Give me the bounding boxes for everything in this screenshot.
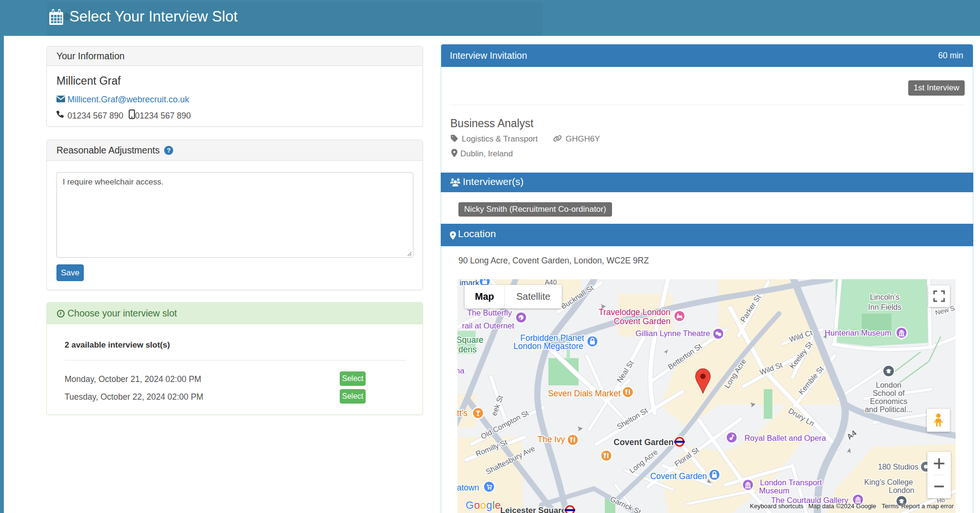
- svg-text:Leicester Square: Leicester Square: [500, 506, 566, 513]
- svg-text:Square: Square: [457, 335, 483, 345]
- svg-text:School of: School of: [873, 389, 905, 397]
- svg-text:Covent Garden: Covent Garden: [613, 437, 673, 447]
- svg-text:Lincoln's: Lincoln's: [870, 293, 900, 301]
- svg-text:rail at Outernet: rail at Outernet: [462, 321, 514, 330]
- svg-text:King's College: King's College: [864, 478, 913, 486]
- svg-text:London Megastore: London Megastore: [513, 341, 583, 351]
- svg-text:Gillian Lynne Theatre: Gillian Lynne Theatre: [635, 329, 710, 338]
- svg-text:?: ?: [167, 147, 171, 154]
- svg-text:ma: ma: [457, 366, 465, 375]
- svg-text:180 Studios: 180 Studios: [878, 463, 919, 471]
- svg-text:Royal Ballet and Opera: Royal Ballet and Opera: [745, 434, 826, 442]
- svg-text:tt's: tt's: [457, 408, 468, 418]
- svg-text:London: London: [876, 381, 901, 389]
- svg-text:Hunterian Museum: Hunterian Museum: [824, 328, 891, 337]
- svg-text:The Butterfly: The Butterfly: [467, 308, 512, 317]
- svg-text:Seven Dials Market: Seven Dials Market: [548, 389, 621, 398]
- svg-text:atown: atown: [457, 483, 479, 492]
- svg-text:Travelodge London: Travelodge London: [599, 307, 670, 317]
- svg-text:Museum: Museum: [759, 486, 789, 495]
- svg-text:rdens: rdens: [457, 345, 477, 354]
- svg-text:Covent Garden: Covent Garden: [650, 471, 707, 481]
- svg-text:Inn Fields: Inn Fields: [868, 303, 901, 311]
- svg-text:Covent Garden: Covent Garden: [614, 317, 671, 326]
- svg-text:The Ivy: The Ivy: [537, 435, 565, 444]
- svg-text:and Political...: and Political...: [865, 405, 913, 414]
- svg-text:London Transport: London Transport: [760, 478, 822, 487]
- svg-text:Economics: Economics: [870, 397, 907, 405]
- svg-text:London: London: [889, 486, 914, 494]
